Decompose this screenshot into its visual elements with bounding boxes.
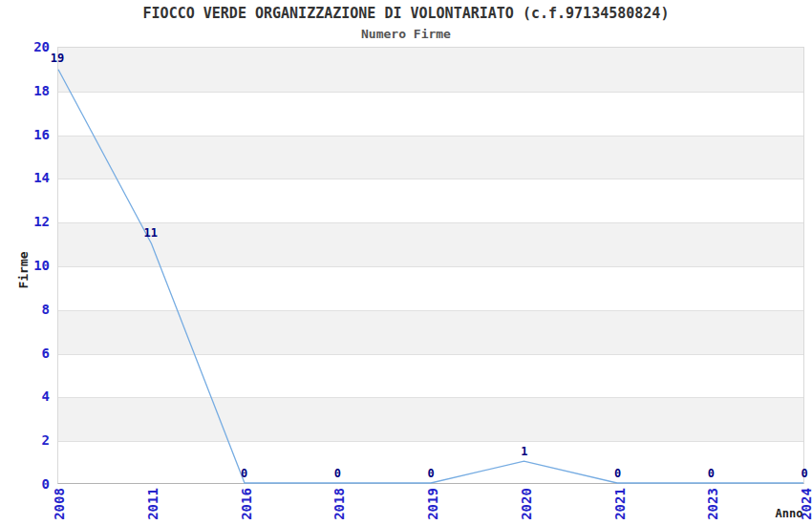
data-label: 19 [51, 52, 64, 64]
data-label: 0 [241, 468, 247, 479]
data-label: 0 [334, 468, 341, 479]
x-tick-label: 2019 [426, 488, 439, 520]
y-tick-label: 4 [0, 389, 50, 403]
data-label: 1 [521, 446, 527, 457]
x-tick-label: 2011 [146, 488, 160, 520]
x-tick-label: 2023 [706, 488, 719, 520]
data-label: 11 [144, 227, 158, 239]
x-axis-title: Anno [776, 507, 803, 520]
plot-area [57, 47, 804, 484]
y-tick-label: 14 [0, 171, 50, 184]
x-tick-label: 2020 [520, 488, 533, 520]
y-tick-label: 6 [0, 346, 50, 360]
data-label: 0 [427, 468, 434, 479]
y-tick-label: 0 [0, 477, 50, 491]
chart-title: FIOCCO VERDE ORGANIZZAZIONE DI VOLONTARI… [0, 5, 812, 22]
y-tick-label: 20 [0, 40, 50, 53]
plot-svg [58, 48, 803, 483]
x-tick-label: 2018 [332, 488, 346, 520]
x-tick-label: 2021 [613, 488, 627, 520]
y-tick-label: 12 [0, 215, 50, 228]
y-axis-title: Firme [16, 251, 31, 288]
y-tick-label: 18 [0, 84, 50, 97]
series-line [58, 70, 803, 483]
data-label: 0 [614, 468, 621, 479]
x-tick-label: 2016 [240, 488, 253, 520]
numero-firme-chart: FIOCCO VERDE ORGANIZZAZIONE DI VOLONTARI… [0, 0, 812, 525]
y-tick-label: 8 [0, 303, 50, 316]
chart-subtitle: Numero Firme [0, 27, 812, 41]
data-label: 0 [801, 468, 807, 479]
x-tick-label: 2008 [53, 488, 66, 520]
y-tick-label: 2 [0, 433, 50, 447]
data-label: 0 [708, 468, 715, 479]
y-tick-label: 16 [0, 128, 50, 141]
